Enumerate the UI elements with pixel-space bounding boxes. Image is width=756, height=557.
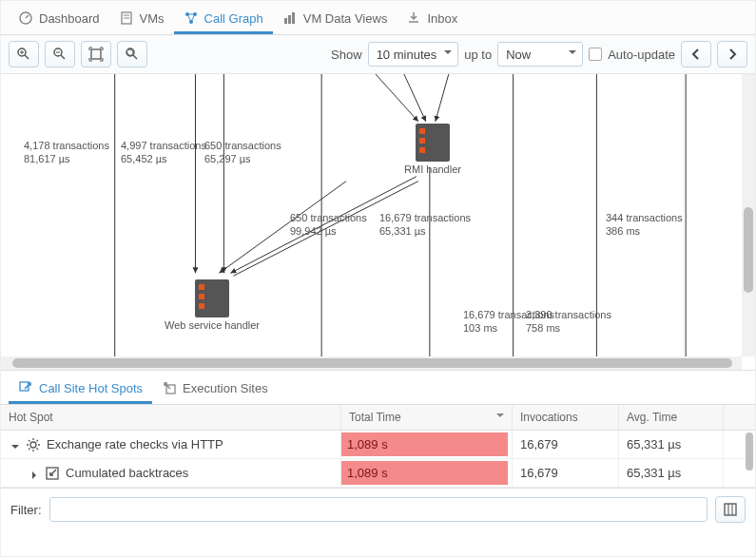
node-rmi-handler[interactable]: RMI handler: [412, 124, 454, 165]
tab-inbox[interactable]: Inbox: [397, 5, 467, 34]
svg-line-1: [26, 15, 29, 18]
server-icon: [195, 279, 229, 317]
filter-label: Filter:: [10, 503, 42, 517]
tab-execution-sites[interactable]: Execution Sites: [152, 375, 278, 404]
show-label: Show: [331, 48, 362, 62]
tab-call-site-hot-spots[interactable]: Call Site Hot Spots: [9, 375, 152, 404]
inbox-icon: [406, 10, 421, 26]
tab-label: Execution Sites: [183, 381, 268, 395]
expand-icon[interactable]: [10, 440, 20, 450]
up-to-label: up to: [464, 48, 492, 62]
node-label: RMI handler: [404, 163, 461, 175]
graph-vertical-scrollbar[interactable]: [742, 74, 755, 356]
hot-spots-table: Hot Spot Total Time Invocations Avg. Tim…: [1, 405, 755, 488]
gauge-icon: [18, 10, 33, 26]
graph-horizontal-scrollbar[interactable]: [1, 356, 742, 370]
tab-label: Call Site Hot Spots: [39, 381, 143, 395]
svg-line-13: [25, 55, 29, 59]
header-hot-spot[interactable]: Hot Spot: [1, 405, 341, 430]
fit-view-button[interactable]: [81, 41, 111, 67]
toolbar: Show 10 minutes up to Now Auto-update: [1, 35, 755, 74]
edge-label: 4,178 transactions81,617 µs: [24, 139, 109, 166]
call-graph-canvas[interactable]: RMI handler Web service handler 4,178 tr…: [1, 74, 755, 371]
svg-rect-10: [292, 12, 295, 24]
svg-line-21: [133, 55, 137, 59]
tab-call-graph[interactable]: Call Graph: [174, 5, 273, 34]
zoom-out-button[interactable]: [45, 41, 75, 67]
edge-label: 650 transactions65,297 µs: [204, 139, 281, 166]
svg-point-36: [30, 442, 36, 448]
top-tab-bar: Dashboard VMs Call Graph VM Data Views I…: [1, 1, 755, 35]
sort-desc-icon: [496, 413, 504, 421]
time-range-value: 10 minutes: [377, 48, 437, 62]
svg-rect-9: [288, 15, 291, 24]
row-label: Exchange rate checks via HTTP: [47, 437, 223, 451]
auto-update-label: Auto-update: [608, 48, 675, 62]
header-invocations[interactable]: Invocations: [513, 405, 619, 430]
tab-label: VM Data Views: [303, 11, 388, 26]
export-icon: [18, 380, 33, 395]
row-label: Cumulated backtraces: [66, 466, 188, 480]
table-row[interactable]: Cumulated backtraces 1,089 s 16,679 65,3…: [1, 459, 755, 488]
edge-label: 4,997 transactions65,452 µs: [121, 139, 206, 166]
svg-rect-8: [284, 18, 287, 24]
page-prev-button[interactable]: [681, 41, 711, 67]
edge-label: 3,390 transactions758 ms: [526, 308, 611, 336]
table-vertical-scrollbar[interactable]: [746, 432, 753, 486]
filter-input[interactable]: [49, 497, 708, 522]
edge-label: 650 transactions99,942 µs: [290, 211, 367, 239]
header-total-time[interactable]: Total Time: [341, 405, 513, 430]
filter-bar: Filter:: [1, 488, 755, 530]
cell-invocations: 16,679: [513, 431, 619, 458]
vms-icon: [119, 10, 134, 26]
server-icon: [416, 124, 450, 162]
up-to-select[interactable]: Now: [497, 42, 583, 67]
tab-label: Dashboard: [39, 11, 100, 26]
node-web-service-handler[interactable]: Web service handler: [191, 279, 233, 321]
svg-rect-38: [725, 504, 736, 515]
graph-icon: [184, 10, 199, 26]
chart-icon: [282, 10, 298, 26]
svg-rect-19: [91, 49, 101, 59]
page-next-button[interactable]: [717, 41, 747, 67]
svg-line-27: [404, 74, 426, 122]
bar-value: 1,089 s: [341, 432, 508, 456]
bar-value: 1,089 s: [341, 461, 508, 485]
cell-avg-time: 65,331 µs: [619, 459, 724, 487]
reset-zoom-button[interactable]: [117, 41, 147, 67]
svg-line-28: [436, 74, 449, 122]
node-label: Web service handler: [165, 319, 260, 331]
edge-label: 344 transactions386 ms: [606, 211, 683, 239]
tab-label: Inbox: [427, 11, 457, 26]
tab-label: VMs: [140, 11, 165, 26]
zoom-in-button[interactable]: [9, 41, 39, 67]
tab-dashboard[interactable]: Dashboard: [9, 5, 109, 34]
edge-label: 16,679 transactions65,331 µs: [379, 211, 471, 239]
up-to-value: Now: [506, 48, 531, 62]
tab-vms[interactable]: VMs: [109, 5, 174, 34]
expand-icon[interactable]: [29, 469, 39, 478]
svg-line-17: [61, 55, 65, 59]
svg-line-26: [376, 74, 418, 122]
header-avg-time[interactable]: Avg. Time: [619, 405, 724, 430]
tab-label: Call Graph: [204, 11, 263, 26]
lower-tab-bar: Call Site Hot Spots Execution Sites: [1, 371, 755, 405]
auto-update-checkbox[interactable]: [589, 48, 602, 61]
tab-vm-data-views[interactable]: VM Data Views: [273, 5, 397, 34]
table-row[interactable]: Exchange rate checks via HTTP 1,089 s 16…: [1, 431, 755, 459]
gear-icon: [26, 437, 41, 452]
import-icon: [162, 380, 177, 395]
time-range-select[interactable]: 10 minutes: [368, 42, 459, 67]
collapse-icon: [45, 466, 60, 481]
columns-button[interactable]: [715, 496, 746, 523]
cell-avg-time: 65,331 µs: [619, 431, 724, 458]
cell-invocations: 16,679: [513, 459, 619, 487]
